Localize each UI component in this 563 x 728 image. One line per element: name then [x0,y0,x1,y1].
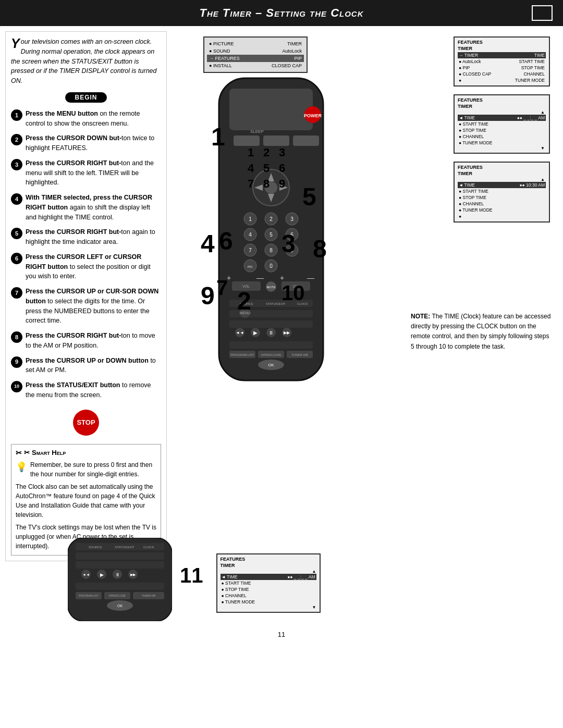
step-num-8: 8 [11,331,22,343]
step-2: 2 Press the CURSOR DOWN but-ton twice to… [11,133,161,153]
svg-text:▶▶: ▶▶ [284,330,290,335]
step-num-10: 10 [11,381,22,392]
svg-text:◄◄: ◄◄ [236,330,244,335]
svg-text:⏸: ⏸ [115,572,120,577]
svg-text:0: 0 [270,263,273,269]
step-num-4: 4 [11,193,22,205]
big-step-3: 3 [282,229,296,258]
svg-text:◄◄: ◄◄ [82,573,90,576]
svg-text:STATUS/EXIT: STATUS/EXIT [115,546,134,549]
step-label-9: 9 [279,177,285,191]
step-num-1: 1 [11,109,22,121]
svg-rect-77 [76,561,164,569]
big-step-8: 8 [313,235,327,263]
step-4: 4 With TIMER selected, press the CURSOR … [11,193,161,222]
svg-rect-60 [229,341,313,349]
svg-text:3: 3 [290,216,293,222]
svg-text:4: 4 [249,232,252,238]
features-screen-2: FEATURES TIMER ▲ ◄ TIME●● _ _:_ _ AM ● S… [454,94,550,154]
menu-screen: ● PICTURETIMER ● SOUNDAutoLock → FEATURE… [203,36,308,73]
step-6: 6 Press the CURSOR LEFT or CURSOR RIGHT … [11,252,161,281]
big-step-4: 4 [201,229,215,258]
step-8: 8 Press the CURSOR RIGHT but-ton to move… [11,331,161,351]
bottom-features-screen: FEATURES TIMER ▲ ◄ TIME●● _ _:_ _ AM ● S… [216,553,321,613]
svg-text:MUTE: MUTE [267,286,276,289]
big-step-5: 5 [302,182,316,211]
stop-badge: STOP [73,410,99,436]
step-label-1: 1 [248,146,254,159]
step-label-7: 7 [248,177,254,191]
step-5: 5 Press the CURSOR RIGHT but-ton again t… [11,227,161,247]
svg-text:OK: OK [268,363,274,367]
svg-rect-76 [76,552,164,560]
ms-row-3: ● INSTALLCLOSED CAP [207,62,304,69]
step-label-8: 8 [263,177,270,191]
step-label-11: 11 [180,564,203,587]
right-screens: FEATURES TIMER → TIMERTIME ● AutoLockSTA… [454,36,558,223]
begin-badge: BEGIN [65,92,106,103]
intro-text: our television comes with an on-screen c… [11,38,157,84]
smart-help-para1: The Clock also can be set automatically … [16,482,156,520]
svg-text:POWER: POWER [304,113,322,118]
remote-control: POWER SLEEP 1 2 3 4 5 6 7 8 [177,73,365,448]
ms-row-1: ● SOUNDAutoLock [207,47,304,55]
step-label-4: 4 [248,162,254,175]
svg-text:TUNER A/B: TUNER A/B [291,353,308,356]
svg-text:▶: ▶ [100,572,104,577]
step-num-3: 3 [11,159,22,170]
svg-text:PROGRAM LIST: PROGRAM LIST [79,594,99,597]
big-step-6: 6 [219,227,233,255]
big-step-10: 10 [282,281,305,305]
svg-text:2: 2 [270,216,273,222]
page-title: The Timer – Setting the Clock [199,6,363,20]
big-step-7: 7 [216,276,228,300]
svg-text:CLOCK: CLOCK [143,546,154,549]
bulb-icon: 💡 [16,460,27,474]
step-5-bold: Press the CURSOR RIGHT but- [26,228,121,236]
step-label-5: 5 [263,162,270,175]
svg-rect-86 [76,583,164,590]
svg-text:SOURCE: SOURCE [89,546,102,549]
step-num-7: 7 [11,287,22,299]
ms-row-2: → FEATURESPIP [207,55,304,62]
smart-help-title: ✂ Smart Help [16,449,156,457]
step-1-bold: Press the MENU button [26,110,98,117]
svg-text:PIC: PIC [248,265,253,268]
note-box: NOTE: The TIME (Clock) feature can be ac… [407,307,558,356]
svg-rect-3 [263,135,289,146]
features-screen-3: FEATURES TIMER ▲ ◄ TIME●● 10:30 AM ● STA… [454,162,550,223]
left-panel: Your television comes with an on-screen … [5,31,167,561]
svg-text:PROGRAM LIST: PROGRAM LIST [230,353,254,356]
svg-text:OPEN/CLOSE: OPEN/CLOSE [109,594,126,597]
svg-rect-4 [293,135,319,146]
big-step-2: 2 [237,287,251,315]
step-label-3: 3 [279,146,285,159]
step-label-6: 6 [279,162,285,175]
step-num-2: 2 [11,134,22,145]
svg-rect-1 [229,89,313,130]
big-step-1: 1 [211,122,225,151]
svg-text:⏸: ⏸ [268,330,274,336]
svg-rect-2 [234,135,260,146]
step-7: 7 Press the CURSOR UP or CUR-SOR DOWN bu… [11,287,161,326]
big-step-9: 9 [201,281,215,310]
step-3-bold: Press the CURSOR RIGHT but- [26,159,121,167]
svg-text:—: — [307,274,314,282]
page-number: 11 [0,625,563,644]
ms-row-0: ● PICTURETIMER [207,40,304,47]
svg-text:▶▶: ▶▶ [130,573,136,576]
step-num-6: 6 [11,253,22,264]
page-header: The Timer – Setting the Clock [0,0,563,26]
right-panel: ● PICTURETIMER ● SOUNDAutoLock → FEATURE… [172,31,558,561]
step-9: 9 Press the CURSOR UP or DOWN button to … [11,356,161,376]
bottom-remote: SOURCE STATUS/EXIT CLOCK ◄◄ ▶ ⏸ ▶▶ PROGR… [68,538,172,623]
svg-text:+: + [280,274,284,282]
svg-text:7: 7 [249,248,252,253]
step-11-container: 11 [180,564,209,587]
step-9-bold: Press the CURSOR UP or DOWN button [26,357,149,364]
scissors-icon: ✂ [24,449,30,456]
note-text: The TIME (Clock) feature can be accessed… [411,313,550,350]
svg-text:TUNER A/B: TUNER A/B [142,594,156,597]
step-num-5: 5 [11,228,22,239]
svg-text:8: 8 [270,248,273,253]
